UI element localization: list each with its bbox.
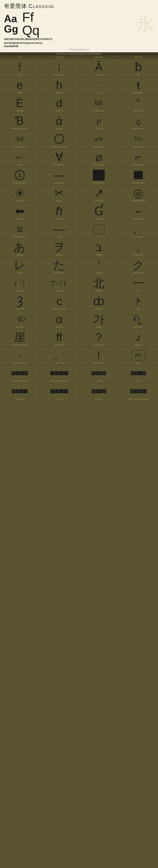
glyph-row-4: Qq xyxy=(22,24,40,37)
glyph-control-pic: ⌐ xyxy=(119,151,157,163)
glyph-cjk-ext-b: Ð ¬ Đ Ð xyxy=(80,367,118,380)
cell-cjk-radicals: ≡ CJK Radicals Sup xyxy=(0,221,40,239)
label-control-pic: Control Pictures xyxy=(133,164,144,166)
cell-small-forms: 、 Small Forms xyxy=(40,347,79,365)
glyph-small-comma: 、 xyxy=(40,349,78,362)
cell-bopomofo-ext: た Bopomofo Ext xyxy=(40,257,79,275)
label-kanbun: Kanbun xyxy=(17,272,23,274)
cell-enclosed-alpha-sup: Ð ꩮ ꩮ Ð Enclosed Alphanums Sup xyxy=(0,365,40,383)
glyph-hiragana-ta: た xyxy=(40,258,78,272)
glyph-enclosed-ideo-sup: ꩭ ꩮ ꩮ ꩮ xyxy=(40,367,78,380)
label-kangxi: Kangxi xyxy=(57,236,62,238)
cell-misc-symbols: Misc Symbols xyxy=(0,185,40,203)
glyph-arrow-left-filled: ⬅ xyxy=(1,205,39,218)
cell-egrave: È Cyrillic Ext C xyxy=(0,95,40,113)
label-letterlike: Letterlike Symbols xyxy=(92,146,105,148)
glyph-cyrillic-g: Ɠ xyxy=(80,205,118,218)
glyph-enclosed-alpha: 1 xyxy=(1,168,39,182)
glyph-arrow-ne: ↗ xyxy=(80,187,118,199)
cell-cjk-symbol: 、 CJK Symbol xyxy=(119,221,158,239)
obj-box-shape: OBJ xyxy=(131,350,145,361)
cell-control-pic: ⌐ Control Pictures xyxy=(119,149,158,167)
glyph-cjk-ext-d: Đ « ꩮ ꩭ xyxy=(1,385,39,398)
label-technical: Misc Technical xyxy=(93,164,104,166)
cell-forall: ∀ Math Operators xyxy=(40,149,79,167)
cell-cyrillic-ext-a: Ɠ Cyrillic Ext A xyxy=(79,203,119,221)
svg-line-5 xyxy=(16,190,18,191)
grid-row-15: ꩮ Jamo Ext A α Latin Ext E 가 Hangul ꪖ Ja… xyxy=(0,311,158,329)
label-bopomofo: Bopomofo xyxy=(95,254,102,256)
cell-technical: ⌀ Misc Technical xyxy=(79,149,119,167)
col-header-latin-ext-a: Latin Ext A xyxy=(79,56,119,59)
grid-row-12: レ Kanbun た Bopomofo Ext ꜝ CJK Strokes ク … xyxy=(0,257,158,275)
glyph-h: h xyxy=(40,79,78,91)
glyph-egrave: È xyxy=(1,96,39,110)
label-subscript-0: Super And Sub xyxy=(133,128,144,130)
grid-row-17: · CJK Compat Forms 、 Small Forms ！ Half … xyxy=(0,347,158,365)
cell-sup-punct: ꟷ Sup Punctuation xyxy=(119,203,158,221)
label-cjk: CJK xyxy=(137,290,140,292)
cell-modifier-tone: c Modifier Tone Letters xyxy=(40,293,79,311)
grid-row-16: 崖 CJK Compat Ideographs ff Alphabetic FP… xyxy=(0,329,158,347)
label-phonetic-sup: Phonetic Ext Sup xyxy=(93,110,105,112)
label-enclosed-alpha: Enclosed Alphanums xyxy=(12,182,27,184)
cell-bstroke: ƀ Geez xyxy=(119,59,158,76)
cell-arrow-left: ← Arrows xyxy=(0,149,40,167)
chinese-char-yong: 永 xyxy=(136,15,154,33)
alphabet-uppercase: ABCDEFGHIJKLMNOPQRSTUVWXYZ xyxy=(4,38,154,40)
cell-half-full-forms: ！ Half And Full Forms xyxy=(79,347,119,365)
label-vertical-forms: Vertical Forms xyxy=(94,344,104,346)
glyph-cjk-ext-c: Ð ¬ ꩮ Ð xyxy=(119,367,157,380)
cell-cjk-ext-e: ꩮ ꩭ ꩮ ꩮ CJK Ext E xyxy=(40,383,79,401)
label-latin-ext-e: Latin Ext E xyxy=(55,326,63,328)
glyph-e-cyr: е xyxy=(1,79,39,91)
cell-circle-diacrit: Diacriticals For Symbols xyxy=(40,131,79,149)
glyph-amacron: Ā xyxy=(80,60,118,73)
label-latin-ext-d: Latin Ext D xyxy=(95,308,103,310)
label-idc: IDC xyxy=(97,236,100,238)
glyph-enclosed-cjk: (「) xyxy=(1,277,39,290)
cell-punctuation: ƿ Punctuation xyxy=(79,113,119,131)
label-enclosed-cjk: Enclosed CJK xyxy=(15,290,25,292)
black-rect-small-shape xyxy=(134,171,143,179)
glyph-jamo-ext-b: ꪖ xyxy=(119,313,157,326)
glyph-row-1: Aa xyxy=(4,13,18,24)
cell-block-elements: Block Elements xyxy=(79,167,119,185)
circled-1-shape: 1 xyxy=(15,170,25,180)
label-enclosed-alpha-sup: Enclosed Alphanums Sup xyxy=(11,380,29,382)
svg-line-6 xyxy=(22,195,23,196)
label-alpha-tonos: Greek Ext xyxy=(56,128,63,130)
grid-row-7: 1 Enclosed Alphanums — Box Drawing Block… xyxy=(0,167,158,185)
glyph-number-forms: ⅟½ xyxy=(119,132,157,146)
glyph-hiragana-a: あ xyxy=(1,241,39,254)
black-rect-shape xyxy=(93,170,105,181)
label-d: Phonetic Ext xyxy=(55,110,64,112)
label-inv-exclaim: Modifier Letters xyxy=(54,74,65,76)
cell-cjk-compat-forms: · CJK Compat Forms xyxy=(0,347,40,365)
label-box-drawing: Box Drawing xyxy=(55,182,64,184)
col-header-abc: ABC xyxy=(0,56,40,59)
glyph-box-drawing: — xyxy=(40,168,78,182)
glyph-period: · xyxy=(1,349,39,362)
glyph-exclaim: ! xyxy=(1,60,39,73)
label-e-cyr: Cyrillic xyxy=(17,92,22,94)
label-hiragana: Hiragana xyxy=(16,254,23,256)
font-source-text: Font Source: http://www.fontke.com/font/… xyxy=(0,52,158,56)
label-punctuation: Punctuation xyxy=(94,128,103,130)
cell-letterlike: a% Letterlike Symbols xyxy=(79,131,119,149)
label-currency: Currency Symbols xyxy=(13,146,26,148)
label-kauai: Kaua'i xyxy=(136,308,141,310)
glyph-phonetic-sup: ƀƂ xyxy=(80,96,118,110)
label-cjk-compat-forms: CJK Compat Forms xyxy=(13,362,27,364)
cell-idc: IDC xyxy=(79,221,119,239)
glyph-exclaim-fw: ！ xyxy=(80,349,118,362)
glyph-cjk-comma: 、 xyxy=(119,222,157,236)
svg-line-7 xyxy=(22,190,23,191)
cell-h: h Cyrillic Sup xyxy=(40,77,79,95)
glyph-yogh: Ȝ xyxy=(1,294,39,308)
cell-half-marks: ♪ Half Marks xyxy=(119,329,158,347)
label-latin-ext-c: Latin Ext C xyxy=(55,218,63,220)
glyph-katakana-re: レ xyxy=(1,258,39,272)
glyph-question-fw: ？ xyxy=(80,331,118,344)
cell-cjk-ext-f: Ð ꜝ ꩮ Đ CJK Ext F xyxy=(79,383,119,401)
